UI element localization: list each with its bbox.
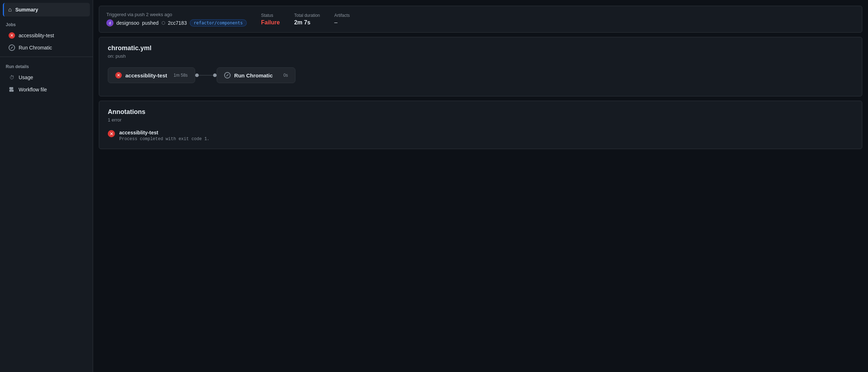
avatar: d (106, 19, 114, 27)
workflow-filename: chromatic.yml (108, 44, 853, 52)
job-node-label: accessiblity-test (125, 72, 167, 78)
trigger-banner: Triggered via push 2 weeks ago d designs… (99, 6, 862, 33)
commit-hash: 2cc7183 (168, 20, 187, 26)
stopwatch-icon: ⏱ (9, 74, 15, 81)
annotation-content: accessiblity-test Process completed with… (119, 130, 209, 142)
annotation-item: ✕ accessiblity-test Process completed wi… (108, 130, 853, 142)
trigger-info: Triggered via push 2 weeks ago d designs… (106, 12, 247, 27)
connector-dot-right (213, 73, 217, 77)
skipped-icon (9, 44, 15, 51)
annotations-title: Annotations (108, 108, 853, 116)
sidebar-item-label: Workflow file (19, 87, 47, 92)
skipped-icon (224, 72, 231, 78)
job-node-accessibility-test[interactable]: ✕ accessiblity-test 1m 58s (108, 67, 195, 83)
job-node-run-chromatic[interactable]: Run Chromatic 0s (217, 67, 295, 83)
annotation-job-name: accessiblity-test (119, 130, 209, 135)
status-label: Status (261, 13, 280, 18)
run-details-section-label: Run details (0, 60, 93, 71)
sidebar-item-label: accessiblity-test (19, 33, 54, 38)
artifacts-label: Artifacts (334, 13, 350, 18)
main-content: Triggered via push 2 weeks ago d designs… (93, 0, 868, 372)
annotations-card: Annotations 1 error ✕ accessiblity-test … (99, 101, 862, 149)
sidebar-item-label: Run Chromatic (19, 45, 52, 51)
error-icon: ✕ (115, 72, 122, 78)
workflow-diagram: ✕ accessiblity-test 1m 58s Run Chromatic… (108, 67, 853, 83)
jobs-section-label: Jobs (0, 18, 93, 29)
status-value: Failure (261, 19, 280, 26)
sidebar-item-label: Usage (19, 75, 33, 80)
duration-value: 2m 7s (294, 19, 320, 26)
sidebar-item-run-chromatic[interactable]: Run Chromatic (3, 42, 90, 53)
workflow-icon (9, 86, 15, 93)
connector-line (199, 75, 213, 76)
branch-badge[interactable]: refactor/components (190, 19, 247, 27)
sidebar: ⌂ Summary Jobs ✕ accessiblity-test Run C… (0, 0, 93, 372)
error-icon: ✕ (9, 32, 15, 39)
sidebar-item-usage[interactable]: ⏱ Usage (3, 72, 90, 83)
actor-name: designsoo (116, 20, 139, 26)
job-node-duration: 1m 58s (174, 73, 188, 78)
trigger-label: Triggered via push 2 weeks ago (106, 12, 247, 17)
sidebar-item-workflow-file[interactable]: Workflow file (3, 84, 90, 95)
status-block: Status Failure (261, 13, 280, 26)
home-icon: ⌂ (8, 6, 12, 13)
trigger-actor: d designsoo pushed ⬡ 2cc7183 refactor/co… (106, 19, 247, 27)
annotation-error-icon: ✕ (108, 130, 115, 137)
duration-label: Total duration (294, 13, 320, 18)
artifacts-block: Artifacts – (334, 13, 350, 26)
workflow-trigger: on: push (108, 53, 853, 59)
job-node-label: Run Chromatic (234, 72, 277, 78)
sidebar-item-accessibility-test[interactable]: ✕ accessiblity-test (3, 30, 90, 41)
duration-block: Total duration 2m 7s (294, 13, 320, 26)
commit-icon: ⬡ (161, 20, 165, 25)
sidebar-divider (0, 57, 93, 57)
actor-action: pushed (142, 20, 159, 26)
summary-nav-item[interactable]: ⌂ Summary (3, 3, 90, 16)
connector (195, 73, 217, 77)
summary-label: Summary (15, 7, 38, 13)
connector-dot-left (195, 73, 199, 77)
annotations-count: 1 error (108, 117, 853, 123)
workflow-card: chromatic.yml on: push ✕ accessiblity-te… (99, 37, 862, 96)
annotation-message: Process completed with exit code 1. (119, 137, 209, 142)
svg-text:d: d (109, 21, 111, 25)
job-node-duration: 0s (283, 73, 288, 78)
artifacts-value: – (334, 19, 350, 26)
